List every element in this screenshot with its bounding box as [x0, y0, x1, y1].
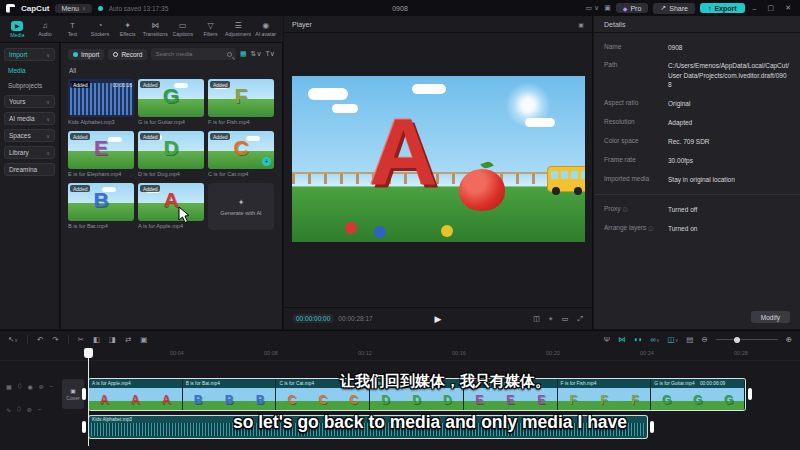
auto-snap-icon[interactable]: ◖◗	[633, 335, 642, 344]
sidebar-item-library[interactable]: Library∨	[4, 146, 55, 159]
tab-ai-avatar[interactable]: ◉AI avatar	[252, 21, 279, 37]
filter-type-icon[interactable]: T∨	[266, 50, 275, 58]
magnet-snap-icon[interactable]: ⋈	[618, 335, 626, 344]
delete-left-icon[interactable]: ◧	[93, 335, 100, 344]
delete-right-icon[interactable]: ◨	[109, 335, 116, 344]
sidebar-item-subprojects[interactable]: Subprojects	[4, 80, 55, 91]
video-thumbnail[interactable]: Added C +	[208, 131, 274, 169]
video-thumbnail[interactable]: Added E	[68, 131, 134, 169]
media-item-a[interactable]: Added A A is for Apple.mp4	[138, 183, 204, 230]
added-badge: Added	[140, 133, 160, 140]
audio-thumbnail[interactable]: Added 00:00:16	[68, 79, 134, 117]
sort-icon[interactable]: ⇅∨	[251, 50, 262, 58]
tab-stickers[interactable]: ◔Stickers	[87, 21, 114, 37]
media-item-audio[interactable]: Added 00:00:16 Kids Alphabet.mp3	[68, 79, 134, 125]
undo-icon[interactable]: ↶	[37, 335, 43, 344]
zoom-slider-knob[interactable]	[734, 337, 740, 343]
generate-ai-card[interactable]: ✦ Generate with AI	[208, 183, 274, 230]
video-thumbnail[interactable]: Added D	[138, 131, 204, 169]
detail-label: Color space	[604, 137, 668, 146]
mirror-preview-icon[interactable]: ◫	[533, 315, 540, 323]
tab-text[interactable]: TText	[59, 21, 86, 37]
divider	[594, 194, 800, 195]
media-item-b[interactable]: Added B B is for Bat.mp4	[68, 183, 134, 230]
export-button[interactable]: ↑Export	[700, 3, 745, 13]
menu-button[interactable]: Menu∨	[55, 4, 91, 13]
split-icon[interactable]: ✂	[78, 335, 84, 344]
timeline-toolbar: ↖∨ ↶ ↷ ✂ ◧ ◨ ⇄ ▣ Ψ ⋈ ◖◗ ∞∨ ◫∨ ▤ ⊖ ⊕	[0, 331, 800, 348]
tab-transitions[interactable]: ⋈Transitions	[142, 21, 169, 37]
search-input[interactable]	[155, 51, 224, 57]
sidebar-item-yours[interactable]: Yours∨	[4, 95, 55, 108]
layout-toggle-icon[interactable]: ▭ ∨	[586, 4, 600, 12]
media-item-f[interactable]: Added F F is for Fish.mp4	[208, 79, 274, 125]
panel-layout-icon[interactable]: ▣	[604, 4, 611, 12]
grid-view-icon[interactable]: ▦	[240, 50, 247, 58]
play-button[interactable]: ▶	[435, 314, 442, 324]
fullscreen-icon[interactable]: ⤢	[577, 315, 583, 323]
share-button[interactable]: ↗Share	[653, 3, 695, 14]
media-item-c[interactable]: Added C + C is for Cat.mp4	[208, 131, 274, 177]
filter-all-label[interactable]: All	[69, 67, 275, 74]
ruler-tick: 00:04	[170, 350, 184, 356]
tab-media[interactable]: ▶Media	[4, 21, 31, 38]
link-clips-icon[interactable]: ∞∨	[651, 335, 660, 344]
player-options-icon[interactable]: ▣	[578, 21, 584, 28]
video-thumbnail[interactable]: Added G	[138, 79, 204, 117]
letter-art: F	[235, 84, 248, 108]
select-tool-icon[interactable]: ↖∨	[8, 335, 18, 344]
added-badge: Added	[210, 81, 230, 88]
mirror-icon[interactable]: ⇄	[125, 335, 131, 344]
chevron-down-icon: ∨	[46, 133, 50, 139]
video-thumbnail[interactable]: Added F	[208, 79, 274, 117]
sidebar-item-spaces[interactable]: Spaces∨	[4, 129, 55, 142]
tab-adjustment[interactable]: ☰Adjustment	[225, 21, 252, 37]
tab-audio[interactable]: ♫Audio	[32, 21, 59, 37]
crop-icon[interactable]: ▣	[140, 335, 147, 344]
playhead-handle[interactable]	[84, 348, 93, 358]
timeline-zoom-slider[interactable]	[716, 339, 778, 340]
sidebar-item-media[interactable]: Media	[4, 65, 55, 76]
import-icon	[73, 52, 78, 57]
sidebar-item-dreamina[interactable]: Dreamina	[4, 163, 55, 176]
media-sidebar: Import∨ Media Subprojects Yours∨ AI medi…	[0, 43, 60, 329]
ai-avatar-icon: ◉	[262, 21, 269, 30]
close-button[interactable]: ✕	[782, 4, 794, 12]
import-button[interactable]: Import	[68, 49, 104, 60]
record-button[interactable]: Record	[108, 49, 147, 60]
video-thumbnail[interactable]: Added B	[68, 183, 134, 221]
tab-effects[interactable]: ✦Effects	[114, 21, 141, 37]
ruler-tick: 00:16	[452, 350, 466, 356]
minimize-button[interactable]: –	[750, 5, 760, 12]
media-item-d[interactable]: Added D D is for Dog.mp4	[138, 131, 204, 177]
zoom-out-icon[interactable]: ⊖	[701, 335, 707, 344]
cloud-decoration	[412, 84, 446, 94]
detail-label: Name	[604, 43, 668, 52]
tab-filters[interactable]: ▽Filters	[197, 21, 224, 37]
ratio-icon[interactable]: ▭	[562, 315, 569, 323]
sticker-icon: ◔	[98, 21, 103, 30]
timeline-ruler[interactable]: 00:04 00:08 00:12 00:16 00:20 00:24 00:2…	[0, 348, 800, 361]
quality-preview-icon[interactable]: ⌖	[549, 315, 553, 323]
search-box[interactable]	[151, 48, 236, 60]
pro-button[interactable]: ◆Pro	[616, 3, 649, 13]
tab-captions[interactable]: ▭Captions	[170, 21, 197, 37]
modify-button[interactable]: Modify	[751, 311, 790, 323]
adjust-track-height-icon[interactable]: ▤	[686, 335, 693, 344]
detail-value: Turned on	[668, 224, 697, 233]
media-item-g[interactable]: Added G G is for Guitar.mp4	[138, 79, 204, 125]
maximize-button[interactable]: ▢	[765, 4, 778, 12]
voiceover-mic-icon[interactable]: Ψ	[604, 335, 610, 344]
fence-decoration	[292, 172, 585, 184]
chevron-down-icon: ∨	[46, 116, 50, 122]
capcut-window: CapCut Menu∨ Auto saved 13:17:35 0908 ▭ …	[0, 0, 800, 450]
preview-axis-icon[interactable]: ◫∨	[668, 335, 679, 344]
import-dropdown[interactable]: Import∨	[4, 48, 55, 61]
media-item-e[interactable]: Added E E is for Elephant.mp4	[68, 131, 134, 177]
add-to-timeline-button[interactable]: +	[262, 157, 271, 166]
video-thumbnail[interactable]: Added A	[138, 183, 204, 221]
sidebar-item-ai-media[interactable]: AI media∨	[4, 112, 55, 125]
letter-art: E	[94, 136, 108, 160]
zoom-in-icon[interactable]: ⊕	[786, 335, 792, 344]
redo-icon[interactable]: ↷	[52, 335, 58, 344]
